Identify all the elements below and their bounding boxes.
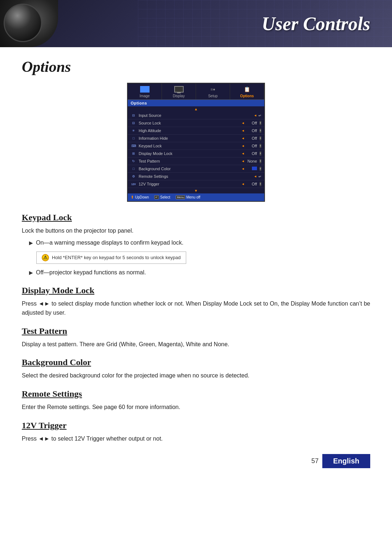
test-pattern-arrow: ◄ (241, 159, 245, 163)
high-altitude-arrow: ◄ (241, 129, 245, 132)
remote-settings-body: Enter the Remote settings. See page 60 f… (22, 402, 370, 412)
section-background-color: Background Color Select the desired back… (22, 357, 370, 380)
bottom-menu-off: Menu Menu off (176, 195, 200, 200)
menu-tab-image[interactable]: Image (128, 83, 162, 99)
display-mode-lock-scrollbar (260, 151, 261, 156)
options-header-label: Options (131, 101, 147, 105)
test-pattern-label: Test Pattern (139, 159, 241, 163)
menu-row-info-hide[interactable]: □ Information Hide ◄ Off (128, 135, 264, 142)
menu-tab-display-label: Display (173, 94, 185, 98)
footer: 57 English (22, 454, 370, 468)
12v-trigger-value: Off (246, 182, 257, 186)
updown-icon: ⬆ (131, 195, 134, 200)
display-mode-lock-arrow: ◄ (241, 152, 245, 155)
options-tab-icon: 📋 (242, 86, 252, 93)
bullet-arrow-off: ▶ (29, 269, 33, 277)
high-altitude-scrollbar (260, 128, 261, 133)
keypad-lock-arrow: ◄ (241, 144, 245, 148)
header-title: User Controls (262, 13, 392, 34)
input-source-icon: ⊟ (131, 113, 136, 118)
keypad-lock-body: Lock the buttons on the projector top pa… (22, 226, 370, 236)
background-color-icon: □ (131, 166, 136, 171)
input-source-value: ↵ (258, 114, 261, 118)
12v-trigger-scrollbar (260, 182, 261, 186)
info-hide-label: Information Hide (139, 136, 241, 140)
menu-key: Menu (176, 195, 185, 199)
select-key: ↵ (154, 195, 159, 199)
page-number: 57 (311, 457, 319, 465)
language-label: English (322, 454, 370, 468)
display-tab-icon (174, 86, 184, 93)
header-lens-decoration (0, 0, 58, 47)
menu-row-high-altitude[interactable]: ✳ High Altitude ◄ Off (128, 127, 264, 135)
background-color-arrow: ◄ (241, 167, 245, 171)
high-altitude-icon: ✳ (131, 128, 136, 133)
menu-tabs: Image Display ≡● Setup 📋 Options (128, 83, 264, 100)
menu-row-test-pattern[interactable]: ↻ Test Pattern ◄ None (128, 158, 264, 165)
input-source-label: Input Source (139, 113, 254, 118)
menu-row-12v-trigger[interactable]: 12V 12V Trigger ◄ Off (128, 180, 264, 188)
section-display-mode-lock: Display Mode Lock Press ◄► to select dis… (22, 286, 370, 318)
menu-row-display-mode-lock[interactable]: ⊞ Display Mode Lock ◄ Off (128, 150, 264, 158)
keypad-lock-bullet-on: ▶ On—a warning message displays to confi… (29, 238, 370, 247)
info-hide-scrollbar (260, 136, 261, 140)
menu-tab-setup[interactable]: ≡● Setup (196, 83, 230, 99)
section-test-pattern: Test Pattern Display a test pattern. The… (22, 326, 370, 349)
info-hide-arrow: ◄ (241, 136, 245, 140)
high-altitude-label: High Altitude (139, 128, 241, 133)
keypad-lock-label: Keypad Lock (139, 144, 241, 148)
image-tab-icon (140, 86, 150, 93)
menu-row-source-lock[interactable]: ⊟ Source Lock ◄ Off (128, 119, 264, 127)
bottom-select: ↵ Select (154, 195, 170, 200)
updown-label: UpDown (135, 195, 149, 199)
display-mode-lock-icon: ⊞ (131, 151, 136, 156)
menu-up-arrow: ▲ (128, 106, 264, 112)
remote-settings-arrow: ◄ (254, 175, 257, 178)
source-lock-scrollbar (260, 121, 261, 125)
menu-screenshot: Image Display ≡● Setup 📋 Options (127, 83, 265, 202)
menu-tab-display[interactable]: Display (162, 83, 196, 99)
keypad-lock-bullet-off: ▶ Off—projector keypad functions as norm… (29, 268, 370, 277)
source-lock-value: Off (246, 121, 257, 125)
header: User Controls (0, 0, 392, 47)
test-pattern-icon: ↻ (131, 159, 136, 164)
section-12v-trigger: 12V Trigger Press ◄► to select 12V Trigg… (22, 421, 370, 443)
keypad-lock-icon: ⌨ (131, 143, 136, 148)
keypad-lock-on-text: On—a warning message displays to confirm… (36, 238, 183, 247)
menu-tab-options[interactable]: 📋 Options (230, 83, 264, 99)
input-source-arrow: ◄ (254, 114, 257, 117)
keypad-lock-warning-box: ⚠ Hold *ENTER* key on keypad for 5 secon… (36, 252, 186, 264)
info-hide-icon: □ (131, 136, 136, 141)
menu-row-background-color[interactable]: □ Background Color ◄ (128, 165, 264, 173)
warning-icon: ⚠ (42, 254, 49, 261)
warning-text: Hold *ENTER* key on keypad for 5 seconds… (52, 255, 181, 260)
display-mode-lock-value: Off (246, 151, 257, 156)
source-lock-label: Source Lock (139, 121, 241, 125)
background-color-label: Background Color (139, 167, 241, 171)
remote-settings-value: ↵ (258, 175, 261, 179)
main-content: Options Image Display ≡● Setup (0, 47, 392, 483)
keypad-lock-heading: Keypad Lock (22, 213, 370, 222)
bottom-updown: ⬆ UpDown (131, 195, 149, 200)
source-lock-arrow: ◄ (241, 121, 245, 125)
source-lock-icon: ⊟ (131, 120, 136, 126)
remote-settings-label: Remote Settings (139, 174, 254, 179)
background-color-scrollbar (260, 167, 261, 171)
background-color-heading: Background Color (22, 357, 370, 367)
12v-trigger-icon: 12V (131, 181, 136, 187)
remote-settings-heading: Remote Settings (22, 389, 370, 399)
display-mode-lock-body: Press ◄► to select display mode function… (22, 299, 370, 318)
menu-tab-image-label: Image (140, 94, 150, 98)
12v-trigger-body: Press ◄► to select 12V Trigger whether o… (22, 434, 370, 443)
menu-row-remote-settings[interactable]: ⚙ Remote Settings ◄ ↵ (128, 173, 264, 180)
12v-trigger-arrow: ◄ (241, 182, 245, 186)
menu-row-input-source[interactable]: ⊟ Input Source ◄ ↵ (128, 112, 264, 119)
high-altitude-value: Off (246, 128, 257, 133)
menu-down-arrow: ▼ (128, 188, 264, 193)
bg-color-swatch (252, 167, 257, 170)
menu-row-keypad-lock[interactable]: ⌨ Keypad Lock ◄ Off (128, 142, 264, 150)
remote-settings-icon: ⚙ (131, 174, 136, 179)
keypad-lock-scrollbar (260, 144, 261, 148)
bullet-arrow-on: ▶ (29, 239, 33, 247)
menu-bottom-bar: ⬆ UpDown ↵ Select Menu Menu off (128, 193, 264, 201)
